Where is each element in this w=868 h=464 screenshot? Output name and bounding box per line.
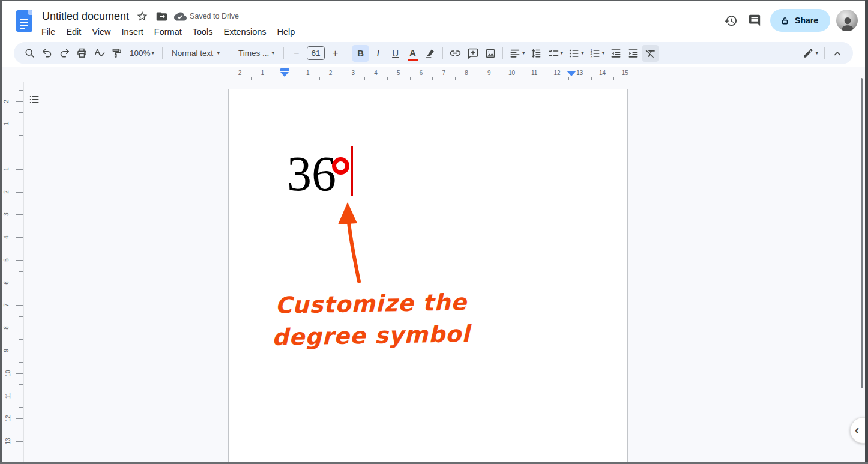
hide-menus-button[interactable] [829, 45, 845, 62]
spelling-check-button[interactable] [91, 45, 107, 62]
undo-button[interactable] [39, 45, 55, 62]
paragraph-style-select[interactable]: Normal text ▾ [167, 45, 225, 62]
ruler-tick [19, 226, 23, 226]
menu-tools[interactable]: Tools [187, 25, 219, 38]
underline-icon: U [392, 48, 399, 58]
ruler-number: 12 [553, 70, 560, 76]
ruler-tick [251, 77, 252, 80]
clear-formatting-icon [645, 47, 657, 59]
ruler-tick [19, 407, 23, 408]
move-to-folder-button[interactable] [154, 8, 169, 24]
vertical-ruler[interactable]: 2112345678910111213 [2, 82, 23, 462]
history-icon [724, 14, 738, 28]
menu-format[interactable]: Format [149, 25, 187, 38]
zoom-select[interactable]: 100% ▾ [126, 45, 158, 62]
link-icon [449, 47, 462, 59]
insert-image-button[interactable] [482, 45, 498, 62]
ruler-tick [19, 203, 23, 203]
saved-status[interactable]: Saved to Drive [174, 10, 239, 23]
paint-format-button[interactable] [109, 45, 125, 62]
annotation-line-1: Customize the [272, 289, 471, 319]
print-button[interactable] [74, 45, 90, 62]
right-indent-marker[interactable] [567, 71, 576, 76]
italic-button[interactable]: I [370, 45, 386, 62]
person-silhouette-icon [839, 14, 857, 31]
text-color-button[interactable]: A [405, 45, 421, 62]
highlighter-icon [424, 47, 436, 59]
checklist-select[interactable]: ▾ [546, 45, 565, 62]
redo-button[interactable] [56, 45, 73, 62]
image-icon [484, 47, 496, 59]
editing-mode-select[interactable]: ▾ [801, 45, 820, 62]
line-spacing-button[interactable] [528, 45, 544, 62]
text-color-swatch [408, 59, 417, 61]
share-button[interactable]: Share [770, 9, 830, 32]
bulleted-list-select[interactable]: ▾ [566, 45, 586, 62]
caret-down-icon: ▾ [217, 50, 220, 56]
left-indent-marker[interactable] [280, 72, 289, 77]
line-spacing-icon [530, 47, 542, 59]
ruler-tick [455, 77, 456, 80]
ruler-tick [19, 112, 23, 113]
highlight-color-button[interactable] [422, 45, 438, 62]
show-outline-button[interactable] [26, 91, 43, 108]
ruler-tick [591, 77, 592, 80]
insert-link-button[interactable] [447, 45, 463, 62]
ruler-number: 4 [3, 235, 10, 239]
menu-insert[interactable]: Insert [116, 25, 149, 38]
ruler-number: 6 [420, 70, 423, 76]
increase-indent-button[interactable] [625, 45, 641, 62]
clear-formatting-button[interactable] [642, 45, 659, 62]
align-select[interactable]: ▾ [507, 45, 527, 62]
ruler-tick [613, 77, 614, 80]
menu-view[interactable]: View [86, 25, 116, 38]
avatar[interactable] [836, 10, 858, 31]
menu-file[interactable]: File [36, 25, 61, 38]
comments-button[interactable] [743, 8, 767, 32]
italic-icon: I [376, 48, 379, 59]
docs-logo-icon[interactable] [16, 10, 32, 32]
show-side-panel-button[interactable]: ‹ [850, 417, 865, 444]
ruler-number: 12 [5, 415, 11, 421]
numbered-list-icon: 123 [589, 47, 601, 59]
decrease-font-size-button[interactable]: − [288, 45, 304, 62]
pencil-icon [803, 47, 814, 59]
numbered-list-select[interactable]: 123 ▾ [587, 45, 607, 62]
ruler-number: 1 [3, 167, 10, 171]
version-history-button[interactable] [719, 8, 743, 32]
search-menus-button[interactable] [22, 45, 38, 62]
ruler-number: 11 [531, 70, 537, 76]
vertical-scrollbar[interactable] [861, 78, 863, 388]
ruler-number: 4 [374, 70, 378, 76]
font-select[interactable]: Times ... ▾ [234, 45, 279, 62]
ruler-number: 2 [238, 70, 242, 76]
star-button[interactable] [134, 8, 150, 24]
menu-edit[interactable]: Edit [61, 25, 86, 38]
ruler-number: 8 [465, 70, 468, 76]
lock-icon [780, 16, 790, 26]
increase-font-size-button[interactable]: + [327, 45, 343, 62]
document-page[interactable]: 36 Customize the degree symbol [228, 89, 628, 462]
vertical-ruler-line [23, 82, 24, 462]
add-comment-button[interactable] [465, 45, 481, 62]
ruler-tick [19, 90, 23, 91]
decrease-indent-button[interactable] [607, 45, 624, 62]
annotation-line-2: degree symbol [272, 321, 471, 351]
ruler-tick [501, 77, 501, 80]
caret-down-icon: ▾ [152, 50, 155, 56]
document-title[interactable]: Untitled document [40, 10, 131, 23]
ruler-tick [19, 453, 23, 453]
bold-button[interactable]: B [352, 45, 369, 62]
degree-symbol [332, 157, 349, 175]
ruler-tick [19, 294, 23, 294]
ruler-tick [342, 77, 342, 80]
ruler-number: 8 [3, 326, 10, 330]
menu-extensions[interactable]: Extensions [219, 25, 272, 38]
first-line-indent-marker[interactable] [280, 68, 289, 71]
underline-button[interactable]: U [387, 45, 403, 62]
ruler-tick [19, 158, 23, 158]
font-size-input[interactable]: 61 [307, 46, 325, 60]
menu-help[interactable]: Help [272, 25, 301, 38]
document-canvas: 21123456789101112131415 2112345678910111… [2, 67, 865, 462]
ruler-tick [19, 271, 23, 272]
